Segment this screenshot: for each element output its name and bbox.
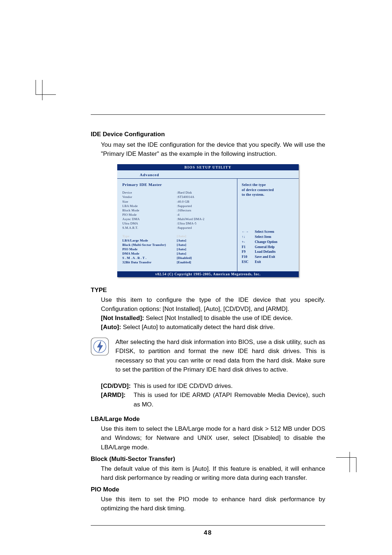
type-description: Use this item to configure the type of t… [101,295,325,313]
bios-screen-heading: Primary IDE Master [122,182,233,187]
ide-intro-text: You may set the IDE configuration for th… [101,140,325,158]
bios-option-row[interactable]: 32Bit Data Transfer[Enabled] [122,260,233,264]
bios-option-type-selected[interactable]: Type[Auto] [122,234,233,238]
bios-info-row: Size:40.0 GB [122,199,233,204]
bios-option-row[interactable]: Block (Multi-Sector Transfer)[Auto] [122,243,233,247]
heading-block: Block (Multi-Sector Transfer) [91,455,325,463]
type-not-installed: [Not Installed]: Select [Not Installed] … [101,313,325,323]
type-auto: [Auto]: Select [Auto] to automatically d… [101,323,325,332]
bios-info-row: LBA Mode:Supported [122,204,233,208]
bios-info-row: Async DMA:MultiWord DMA-2 [122,217,233,221]
bios-help-text: Select the type of device connected to t… [242,182,295,197]
heading-pio: PIO Mode [91,486,325,493]
bios-info-row: PIO Mode:4 [122,212,233,217]
note-box: After selecting the hard disk informatio… [91,337,325,374]
block-text: The default value of this item is [Auto]… [101,464,325,482]
bios-option-row[interactable]: PIO Mode[Auto] [122,247,233,251]
bios-tab-advanced[interactable]: Advanced [140,173,159,177]
bios-info-row: Ultra DMA:Ultra DMA-5 [122,221,233,226]
bios-title: BIOS SETUP UTILITY [117,164,299,170]
def-armd: [ARMD]: This is used for IDE ARMD (ATAPI… [101,390,325,409]
rule-bottom [91,525,325,526]
bios-info-row: S.M.A.R.T.:Supported [122,226,233,230]
heading-lba: LBA/Large Mode [91,416,325,423]
crop-mark-top-left [36,80,56,100]
lightning-note-icon [91,337,109,356]
bios-left-pane: Primary IDE Master Device:Hard Disk Vend… [117,179,237,271]
lba-text: Use this item to select the LBA/Large mo… [101,424,325,451]
bios-option-row[interactable]: DMA Mode[Auto] [122,251,233,256]
bios-info-row: Vendor:ST340014A [122,195,233,199]
bios-tab-row: Advanced [117,170,299,179]
bios-footer: v02.54 (C) Copyright 1985-2005, American… [117,271,299,277]
note-text: After selecting the hard disk informatio… [115,337,325,374]
def-cddvd: [CD/DVD]: This is used for IDE CD/DVD dr… [101,381,325,391]
heading-ide-device-configuration: IDE Device Configuration [91,131,325,138]
page-content: IDE Device Configuration You may set the… [91,114,325,536]
rule-top [91,114,325,115]
crop-mark-bottom-right [336,452,356,472]
bios-option-row[interactable]: S . M . A . R . T .[Disabled] [122,256,233,260]
bios-key-legend: ←→Select Screen ↑↓Select Item +-Change O… [242,230,295,264]
bios-screenshot: BIOS SETUP UTILITY Advanced Primary IDE … [117,164,299,277]
heading-type: TYPE [91,287,325,294]
bios-option-row[interactable]: LBA/Large Mode[Auto] [122,238,233,243]
bios-info-row: Device:Hard Disk [122,190,233,195]
bios-info-row: Block Mode:16Sectors [122,208,233,212]
bios-right-pane: Select the type of device connected to t… [237,179,299,271]
page-number: 48 [91,529,325,536]
pio-text: Use this item to set the PIO mode to enh… [101,495,325,513]
